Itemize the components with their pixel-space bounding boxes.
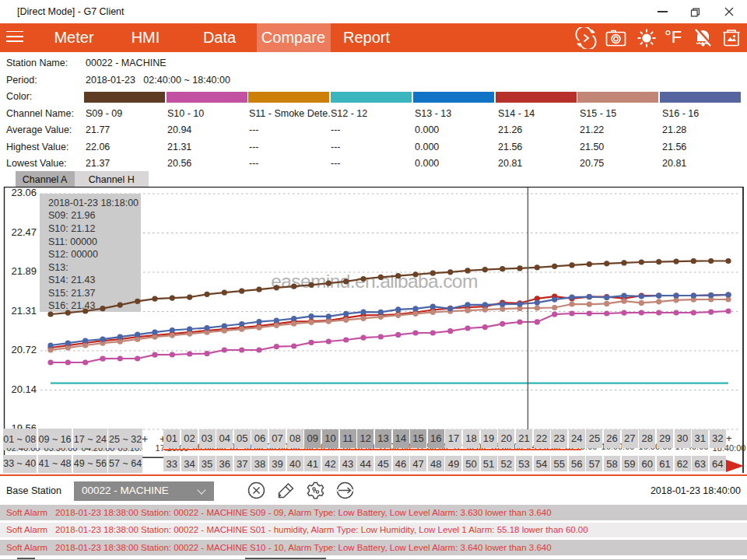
svg-text:S11: 00000: S11: 00000 [48,236,97,247]
svg-text:21.31: 21.31 [11,305,37,317]
svg-text:S14: 21.43: S14: 21.43 [48,275,96,285]
svg-text:20.14: 20.14 [11,383,37,395]
svg-text:S09: 21.96: S09: 21.96 [48,210,96,221]
svg-text:22.47: 22.47 [11,226,37,238]
svg-text:S12: 00000: S12: 00000 [48,249,98,260]
svg-text:S15: 21.37: S15: 21.37 [48,288,96,299]
svg-text:2018-01-23 18:18:00: 2018-01-23 18:18:00 [48,198,139,208]
svg-text:S13:: S13: [48,262,68,273]
svg-text:21.89: 21.89 [11,265,37,277]
svg-text:20.72: 20.72 [11,344,37,355]
svg-text:23.06: 23.06 [11,187,37,198]
svg-text:easemind.en.alibaba.com: easemind.en.alibaba.com [271,271,477,292]
svg-text:S16: 21.43: S16: 21.43 [48,300,96,311]
svg-text:S10: 21.12: S10: 21.12 [48,223,96,234]
